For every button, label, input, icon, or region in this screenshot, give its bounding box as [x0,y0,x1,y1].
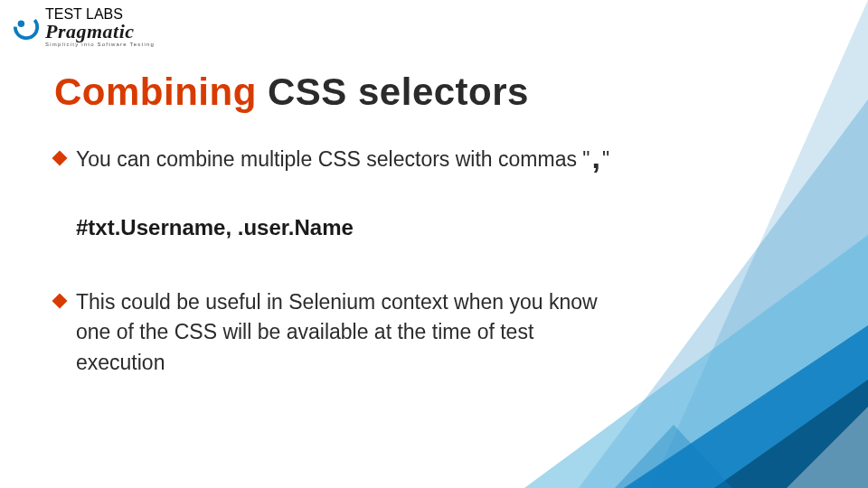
title-accent: Combining [54,70,257,113]
title-main: CSS selectors [257,70,529,113]
bullet-1-text-prefix: You can combine multiple CSS selectors w… [76,147,590,171]
code-example: #txt.Username, .user.Name [54,212,624,244]
logo-subtitle: Simplicity into Software Testing [45,42,155,47]
svg-marker-5 [624,325,868,488]
bullet-1: You can combine multiple CSS selectors w… [54,145,624,174]
bullet-2: This could be useful in Selenium context… [54,287,624,378]
bullet-1-text-suffix: " [602,147,609,171]
logo-name: Pragmatic [45,22,155,42]
svg-point-0 [13,14,40,41]
logo-mark-icon [13,14,40,41]
svg-point-1 [18,21,25,28]
bullet-2-text: This could be useful in Selenium context… [76,290,598,374]
svg-marker-7 [787,407,868,488]
svg-marker-2 [651,0,868,488]
svg-marker-6 [714,380,868,488]
bullet-icon [52,151,68,166]
logo-text: TEST LABS Pragmatic Simplicity into Soft… [45,7,155,47]
svg-marker-8 [615,425,732,488]
bullet-icon [52,294,68,309]
logo: TEST LABS Pragmatic Simplicity into Soft… [13,7,155,47]
page-title: Combining CSS selectors [54,70,529,114]
bullet-1-comma: , [590,140,602,174]
content-area: You can combine multiple CSS selectors w… [54,145,624,399]
slide: TEST LABS Pragmatic Simplicity into Soft… [0,0,868,488]
